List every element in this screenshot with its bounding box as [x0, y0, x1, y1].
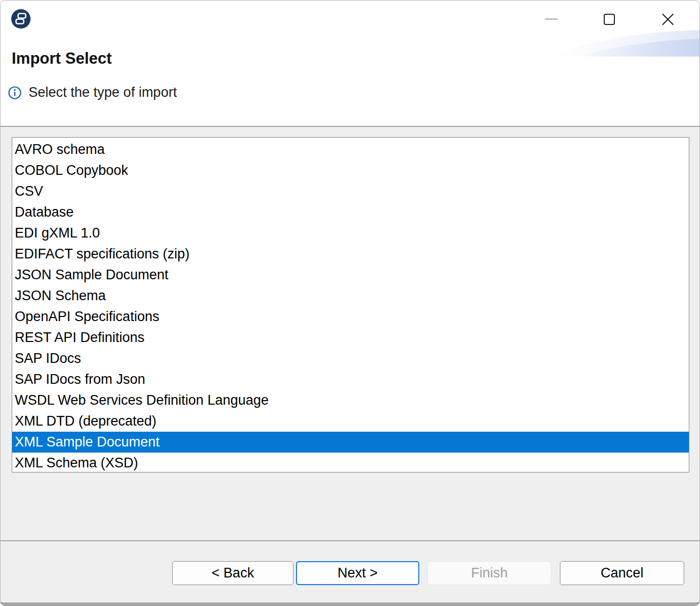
list-item[interactable]: XML Schema (XSD) [12, 453, 689, 472]
list-item[interactable]: EDI gXML 1.0 [12, 223, 689, 244]
list-item[interactable]: OpenAPI Specifications [12, 306, 689, 327]
list-item[interactable]: AVRO schema [12, 139, 689, 160]
page-title: Import Select [12, 49, 112, 68]
dialog-body: AVRO schemaCOBOL CopybookCSVDatabaseEDI … [1, 127, 699, 602]
list-item[interactable]: SAP IDocs [12, 348, 689, 369]
cancel-button[interactable]: Cancel [560, 561, 684, 585]
decorative-swoosh [547, 30, 699, 57]
list-item[interactable]: JSON Schema [12, 285, 689, 306]
dialog-header: Import Select Select the type of import [1, 1, 699, 126]
page-subtitle: Select the type of import [29, 85, 177, 100]
app-logo-icon [11, 9, 31, 29]
back-button[interactable]: < Back [172, 561, 293, 585]
list-item[interactable]: SAP IDocs from Json [12, 369, 689, 390]
list-item[interactable]: EDIFACT specifications (zip) [12, 244, 689, 265]
list-item-selected[interactable]: XML Sample Document [12, 432, 689, 453]
maximize-button[interactable] [604, 14, 615, 25]
close-button[interactable] [661, 13, 675, 26]
list-item[interactable]: WSDL Web Services Definition Language [12, 390, 689, 411]
import-select-dialog: Import Select Select the type of import … [0, 0, 700, 606]
next-button[interactable]: Next > [296, 561, 419, 585]
list-item[interactable]: JSON Sample Document [12, 265, 689, 285]
finish-button: Finish [427, 561, 551, 585]
minimize-button [545, 18, 558, 20]
list-item[interactable]: Database [12, 202, 689, 223]
list-item[interactable]: COBOL Copybook [12, 160, 689, 181]
list-item[interactable]: CSV [12, 181, 689, 202]
info-icon [8, 86, 22, 100]
import-type-list[interactable]: AVRO schemaCOBOL CopybookCSVDatabaseEDI … [12, 137, 689, 472]
button-bar-separator [1, 540, 699, 541]
list-item[interactable]: REST API Definitions [12, 327, 689, 348]
list-item[interactable]: XML DTD (deprecated) [12, 411, 689, 432]
